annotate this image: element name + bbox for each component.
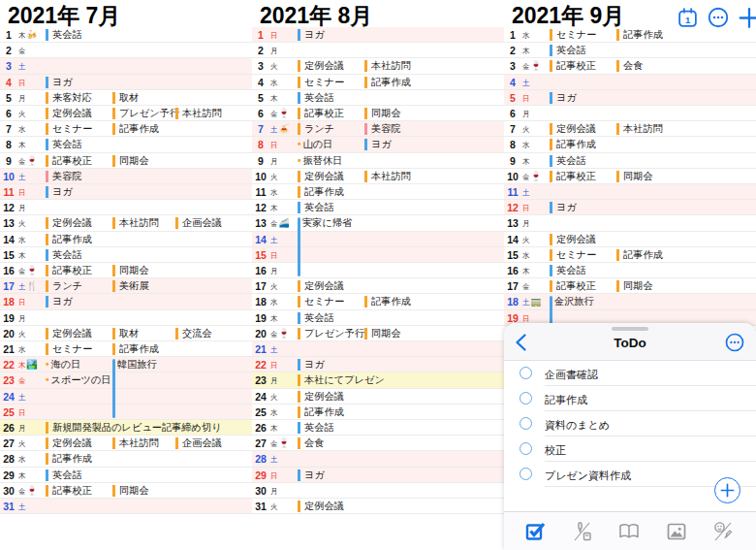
todo-checkbox[interactable] [520, 367, 532, 379]
day-row[interactable]: 11日ヨガ [0, 184, 252, 200]
calendar-event[interactable]: 取材 [112, 328, 139, 340]
calendar-event[interactable]: 英会話 [46, 29, 82, 41]
day-row[interactable]: 10金🍷記事校正同期会 [504, 169, 756, 184]
day-row[interactable]: 11土 [504, 184, 756, 200]
day-row[interactable]: 2月 [252, 43, 504, 58]
calendar-event[interactable]: 同期会 [112, 155, 149, 167]
photo-icon[interactable] [665, 520, 688, 543]
calendar-event[interactable]: 本社訪問 [364, 60, 411, 72]
calendar-event[interactable]: 記事校正 [550, 171, 596, 182]
day-row[interactable]: 14火定例会議 [504, 232, 756, 247]
calendar-event[interactable]: 本社訪問 [175, 108, 222, 119]
day-row[interactable]: 15木英会話 [0, 247, 252, 263]
day-row[interactable]: 4土 [504, 75, 756, 90]
drag-handle[interactable] [612, 327, 648, 331]
calendar-event[interactable]: 定例会議 [46, 437, 92, 449]
day-row[interactable]: 6月 [504, 106, 756, 121]
day-row[interactable]: 1水セミナー記事作成 [504, 27, 756, 43]
day-row[interactable]: 13火定例会議本社訪問企画会議 [0, 215, 252, 231]
holiday-event[interactable]: 山の日 [298, 139, 332, 150]
calendar-event[interactable]: 企画会議 [175, 217, 222, 229]
day-row[interactable]: 16月 [252, 263, 504, 278]
day-row[interactable]: 14水記事作成 [0, 232, 252, 247]
day-row[interactable]: 31火定例会議 [252, 499, 504, 514]
day-row[interactable]: 26月新規開発製品のレビュー記事締め切り [0, 420, 252, 436]
todo-checkbox[interactable] [520, 417, 532, 430]
calendar-event[interactable]: 企画会議 [175, 437, 222, 449]
calendar-event[interactable]: セミナー [298, 296, 344, 307]
add-icon[interactable] [738, 6, 756, 29]
day-row[interactable]: 8水記事作成 [504, 137, 756, 152]
calendar-event[interactable]: 英会話 [46, 139, 82, 150]
day-row[interactable]: 17金記事校正同期会 [504, 278, 756, 294]
day-row[interactable]: 13金🚄 [252, 215, 504, 231]
day-row[interactable]: 15水セミナー記事作成 [504, 247, 756, 263]
day-row[interactable]: 5月来客対応取材 [0, 90, 252, 106]
calendar-event[interactable]: ヨガ [46, 77, 73, 88]
day-row[interactable]: 24土 [0, 389, 252, 404]
calendar-event[interactable]: 会食 [298, 437, 324, 449]
calendar-event[interactable]: 定例会議 [298, 501, 344, 512]
calendar-event[interactable]: セミナー [46, 343, 92, 355]
todo-checkbox[interactable] [520, 468, 532, 480]
calendar-event[interactable]: 記事作成 [616, 249, 663, 261]
calendar-event[interactable]: 同期会 [616, 280, 653, 292]
calendar-event[interactable]: 新規開発製品のレビュー記事締め切り [46, 422, 222, 434]
calendar-event[interactable]: 同期会 [112, 485, 149, 497]
calendar-event[interactable]: 美容院 [364, 123, 401, 135]
day-row[interactable]: 25日 [0, 404, 252, 420]
calendar-event[interactable]: 記事校正 [46, 265, 92, 276]
calendar-event[interactable]: 美容院 [46, 171, 82, 182]
calendar-event[interactable]: セミナー [298, 77, 344, 88]
calendar-event[interactable]: ヨガ [550, 92, 577, 104]
day-row[interactable]: 16金🍷記事校正同期会 [0, 263, 252, 278]
day-row[interactable]: 23月本社にてプレゼン [252, 372, 504, 388]
multiday-event-label[interactable]: 実家に帰省 [298, 217, 352, 229]
calendar-event[interactable]: 本社訪問 [616, 123, 663, 135]
day-row[interactable]: 19木英会話 [252, 310, 504, 326]
day-row[interactable]: 16木英会話 [504, 263, 756, 278]
calendar-event[interactable]: プレゼン予行 [298, 328, 364, 340]
day-row[interactable]: 27金🍷会食 [252, 436, 504, 451]
multiday-event-label[interactable]: 金沢旅行 [550, 296, 594, 307]
calendar-event[interactable]: 同期会 [364, 328, 401, 340]
day-row[interactable]: 21水セミナー記事作成 [0, 341, 252, 357]
calendar-event[interactable]: 記事作成 [298, 406, 344, 418]
calendar-event[interactable]: 英会話 [46, 469, 82, 481]
day-row[interactable]: 9月振替休日 [252, 153, 504, 169]
day-row[interactable]: 12月 [0, 200, 252, 215]
day-row[interactable]: 30月 [252, 483, 504, 499]
day-row[interactable]: 4日ヨガ [0, 75, 252, 90]
calendar-event[interactable]: 交流会 [175, 328, 212, 340]
calendar-event[interactable]: 本社訪問 [364, 171, 411, 182]
day-row[interactable]: 7火定例会議本社訪問 [504, 121, 756, 137]
day-row[interactable]: 24火定例会議 [252, 389, 504, 404]
day-row[interactable]: 18土🚃 [504, 294, 756, 309]
calendar-event[interactable]: 英会話 [298, 92, 334, 104]
calendar-event[interactable]: 英会話 [550, 155, 586, 167]
calendar-event[interactable]: 記事作成 [364, 296, 411, 307]
calendar-event[interactable]: セミナー [550, 29, 596, 41]
day-row[interactable]: 22日ヨガ [252, 357, 504, 372]
pen-stamp-icon[interactable] [571, 520, 594, 543]
day-row[interactable]: 5日ヨガ [504, 90, 756, 106]
calendar-event[interactable]: セミナー [550, 249, 596, 261]
calendar-event[interactable]: 本社にてプレゼン [298, 374, 385, 386]
day-row[interactable]: 10土美容院 [0, 169, 252, 184]
todo-item[interactable]: 記事作成 [504, 386, 756, 411]
day-row[interactable]: 27火定例会議本社訪問企画会議 [0, 436, 252, 451]
calendar-event[interactable]: 記事校正 [298, 108, 344, 119]
day-row[interactable]: 8木英会話 [0, 137, 252, 152]
day-row[interactable]: 23金スポーツの日 [0, 372, 252, 388]
calendar-event[interactable]: 記事作成 [298, 186, 344, 198]
day-row[interactable]: 9木英会話 [504, 153, 756, 169]
day-row[interactable]: 19月 [0, 310, 252, 326]
face-brush-icon[interactable] [711, 520, 735, 543]
day-row[interactable]: 6金🍷記事校正同期会 [252, 106, 504, 121]
more-options-icon[interactable] [707, 6, 730, 29]
calendar-event[interactable]: 定例会議 [46, 328, 92, 340]
day-row[interactable]: 1木🍻英会話 [0, 27, 252, 43]
calendar-event[interactable]: ヨガ [46, 186, 73, 198]
calendar-event[interactable]: 同期会 [364, 108, 401, 119]
calendar-event[interactable]: 英会話 [550, 45, 586, 56]
